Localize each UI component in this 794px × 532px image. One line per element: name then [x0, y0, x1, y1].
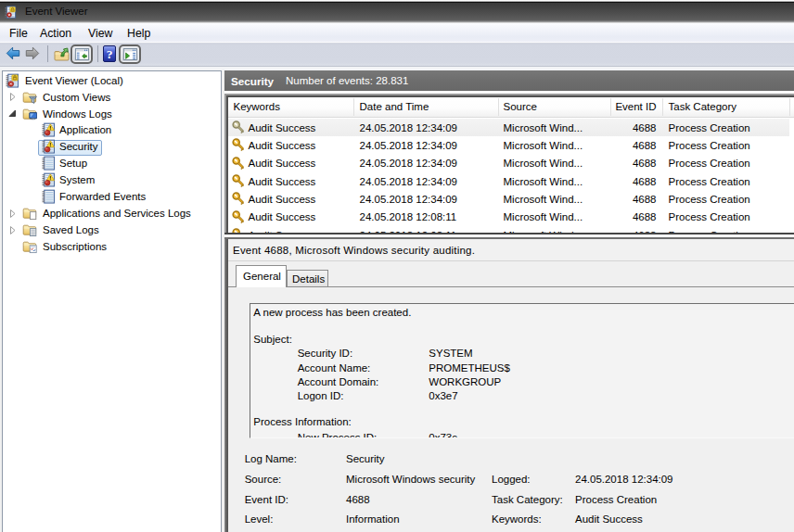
svg-text:?: ? — [106, 47, 112, 61]
